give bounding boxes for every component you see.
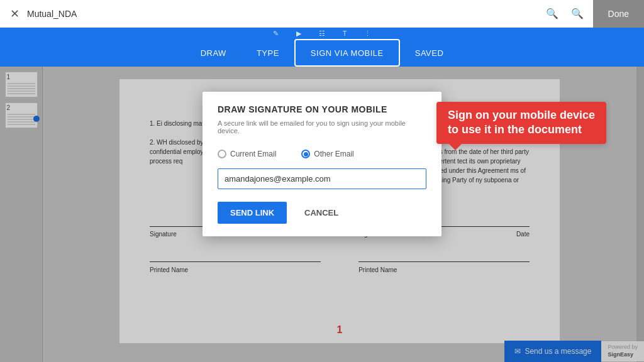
radio-other-btn[interactable] [301,150,310,158]
close-button[interactable]: ✕ [10,7,19,21]
modal-body: Current Email Other Email SEND LINK CANC… [203,145,441,236]
document-title: Mutual_NDA [27,9,77,19]
modal-subtext: A secure link will be emailed for you to… [203,119,441,145]
cursor-icon: ▶ [296,30,301,38]
search-icon[interactable]: 🔍 [546,8,558,19]
annotation-bubble: Sign on your mobile device to use it in … [436,102,606,144]
cancel-button[interactable]: CANCEL [294,202,348,224]
modal-header: DRAW SIGNATURE ON YOUR MOBILE [203,92,441,119]
top-bar-left: ✕ Mutual_NDA [10,7,546,21]
tab-draw[interactable]: DRAW [186,39,242,67]
annotation-line1: Sign on your mobile device [448,108,595,123]
done-button[interactable]: Done [593,0,644,28]
pen-icon: ✎ [273,30,279,38]
email-input[interactable] [218,168,426,189]
modal-actions: SEND LINK CANCEL [218,202,426,224]
radio-current-label: Current Email [230,150,276,158]
tab-saved[interactable]: SAVED [400,39,459,67]
radio-group: Current Email Other Email [218,150,426,158]
radio-other-label: Other Email [314,150,353,158]
top-bar: ✕ Mutual_NDA 🔍 🔍 🔒 📤 Done [0,0,644,28]
radio-other-email[interactable]: Other Email [301,150,353,158]
annotation-line2: to use it in the document [448,123,595,137]
more-icon: ⋮ [364,30,371,38]
tab-sign-via-mobile[interactable]: SIGN VIA MOBILE [294,39,400,67]
radio-current-email[interactable]: Current Email [218,150,276,158]
tab-type[interactable]: TYPE [242,39,294,67]
sign-mobile-modal: DRAW SIGNATURE ON YOUR MOBILE A secure l… [203,92,441,236]
grid-icon: ☷ [319,30,325,38]
toolbar-icons-row: ✎ ▶ ☷ T ⋮ [0,28,644,39]
toolbar: DRAW TYPE SIGN VIA MOBILE SAVED [0,39,644,67]
radio-current-btn[interactable] [218,150,226,158]
text-icon: T [343,30,347,37]
document-area: 1 2 No 1. Ei disclosing materials, or th… [0,67,644,362]
send-link-button[interactable]: SEND LINK [218,202,287,224]
search2-icon[interactable]: 🔍 [571,8,584,19]
